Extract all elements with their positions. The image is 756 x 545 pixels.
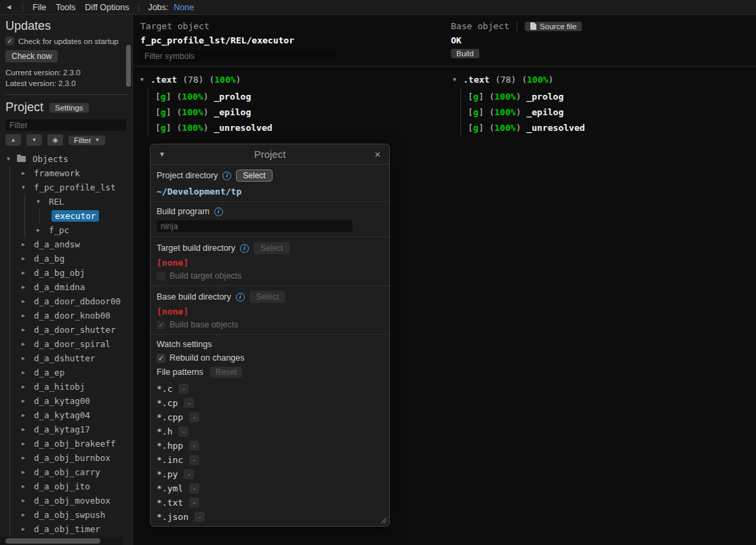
tree-item-d_a_obj_ito[interactable]: ▶d_a_obj_ito [3,479,127,493]
check-updates-checkbox[interactable]: ✓ [5,37,14,45]
tree-expander-closed-icon[interactable]: ▶ [22,170,32,176]
tree-expander-closed-icon[interactable]: ▶ [22,355,32,361]
info-icon[interactable]: i [236,293,245,302]
select-project-directory-button[interactable]: Select [236,169,272,182]
remove-pattern-button[interactable]: - [184,469,194,479]
tree-item-f_pc_profile_lst[interactable]: ▼f_pc_profile_lst [3,180,127,195]
tree-expander-closed-icon[interactable]: ▶ [22,398,32,404]
section-expander-icon[interactable]: ▼ [453,77,463,83]
tree-expander-closed-icon[interactable]: ▶ [22,469,32,475]
tree-expander-closed-icon[interactable]: ▶ [22,498,32,504]
remove-pattern-button[interactable]: - [178,384,188,394]
tree-item-d_a_ep[interactable]: ▶d_a_ep [3,365,127,380]
tree-item-d_a_obj_carry[interactable]: ▶d_a_obj_carry [3,465,127,479]
tree-item-d_a_door_spiral[interactable]: ▶d_a_door_spiral [3,337,127,351]
tree-item-Objects[interactable]: ▼Objects [3,152,127,166]
remove-pattern-button[interactable]: - [189,412,199,422]
remove-pattern-button[interactable]: - [189,483,199,493]
tree-expander-closed-icon[interactable]: ▶ [22,526,32,532]
build-button[interactable]: Build [451,49,479,58]
tree-item-REL[interactable]: ▼REL [3,195,127,209]
info-icon[interactable]: i [222,171,231,180]
sidebar-horizontal-scrollbar-thumb[interactable] [5,538,100,544]
symbol-row[interactable]: [g](100%)_epilog [155,104,273,120]
tree-item-f_pc[interactable]: ▶f_pc [3,223,127,237]
move-down-button[interactable]: ▼ [26,134,42,146]
rebuild-on-changes-checkbox[interactable]: ✓ [157,354,165,363]
tree-item-d_a_door_dbdoor00[interactable]: ▶d_a_door_dbdoor00 [3,294,127,308]
tree-item-d_a_bg_obj[interactable]: ▶d_a_bg_obj [3,266,127,280]
tree-expander-closed-icon[interactable]: ▶ [22,441,32,447]
symbol-row[interactable]: [g](100%)_unresolved [155,120,273,136]
dialog-collapse-icon[interactable]: ▼ [151,150,174,158]
info-icon[interactable]: i [240,244,249,253]
collapse-sidebar-icon[interactable]: ◀ [0,4,18,10]
tree-expander-closed-icon[interactable]: ▶ [22,241,32,247]
remove-pattern-button[interactable]: - [178,426,188,437]
tree-item-d_a_kytag17[interactable]: ▶d_a_kytag17 [3,422,127,437]
remove-pattern-button[interactable]: - [189,441,199,451]
build-program-input[interactable] [157,220,353,232]
check-now-button[interactable]: Check now [5,50,58,62]
tree-expander-closed-icon[interactable]: ▶ [22,455,32,461]
tree-item-d_a_kytag00[interactable]: ▶d_a_kytag00 [3,394,127,408]
tree-item-d_a_dshutter[interactable]: ▶d_a_dshutter [3,351,127,365]
filter-symbols-input[interactable] [140,50,337,62]
tree-item-d_a_obj_movebox[interactable]: ▶d_a_obj_movebox [3,493,127,508]
tree-expander-closed-icon[interactable]: ▶ [22,270,32,276]
remove-pattern-button[interactable]: - [184,398,194,408]
section-expander-icon[interactable]: ▼ [140,77,151,83]
tree-item-d_a_hitobj[interactable]: ▶d_a_hitobj [3,380,127,394]
tree-expander-closed-icon[interactable]: ▶ [22,369,32,376]
symbol-row[interactable]: [g](100%)_prolog [468,89,585,104]
tree-item-executor[interactable]: executor [3,209,127,223]
tree-expander-closed-icon[interactable]: ▶ [22,341,32,347]
tree-expander-open-icon[interactable]: ▼ [22,184,32,190]
tree-expander-closed-icon[interactable]: ▶ [22,412,32,418]
symbol-row[interactable]: [g](100%)_prolog [155,89,273,104]
tree-item-d_a_dmidna[interactable]: ▶d_a_dmidna [3,280,127,294]
tree-expander-closed-icon[interactable]: ▶ [37,227,47,233]
tree-expander-closed-icon[interactable]: ▶ [22,327,32,333]
tree-expander-closed-icon[interactable]: ▶ [22,256,32,262]
sidebar-vertical-scrollbar[interactable] [126,45,131,87]
menu-file[interactable]: File [28,3,51,12]
tree-expander-open-icon[interactable]: ▼ [37,199,47,205]
locate-button[interactable]: ◈ [47,134,63,146]
tree-expander-open-icon[interactable]: ▼ [7,156,17,162]
tree-expander-closed-icon[interactable]: ▶ [22,426,32,432]
tree-expander-closed-icon[interactable]: ▶ [22,483,32,489]
tree-item-d_a_bg[interactable]: ▶d_a_bg [3,251,127,266]
symbol-section-header[interactable]: ▼.text(78)(100%) [140,72,273,87]
add-pattern-input[interactable] [157,527,233,527]
sidebar-horizontal-scrollbar-track[interactable] [0,537,123,545]
resize-grip-icon[interactable] [380,517,387,524]
add-pattern-button[interactable]: + [239,526,251,527]
tree-filter-dropdown[interactable]: Filter ▼ [68,136,105,145]
project-dialog-titlebar[interactable]: ▼ Project × [151,144,389,165]
tree-expander-closed-icon[interactable]: ▶ [22,312,32,319]
tree-expander-closed-icon[interactable]: ▶ [22,284,32,290]
tree-item-d_a_andsw[interactable]: ▶d_a_andsw [3,237,127,251]
tree-item-d_a_door_knob00[interactable]: ▶d_a_door_knob00 [3,308,127,323]
tree-expander-closed-icon[interactable]: ▶ [22,512,32,518]
move-up-button[interactable]: ▲ [5,134,21,146]
tree-item-d_a_obj_brakeeff[interactable]: ▶d_a_obj_brakeeff [3,437,127,451]
menu-tools[interactable]: Tools [51,3,80,12]
symbol-row[interactable]: [g](100%)_unresolved [468,120,585,136]
info-icon[interactable]: i [214,207,223,216]
tree-item-d_a_obj_burnbox[interactable]: ▶d_a_obj_burnbox [3,451,127,465]
tree-item-d_a_obj_timer[interactable]: ▶d_a_obj_timer [3,522,127,536]
symbol-section-header[interactable]: ▼.text(78)(100%) [453,72,585,87]
tree-expander-closed-icon[interactable]: ▶ [22,384,32,390]
remove-pattern-button[interactable]: - [189,455,199,465]
tree-item-d_a_kytag04[interactable]: ▶d_a_kytag04 [3,408,127,422]
source-file-button[interactable]: Source file [525,22,582,31]
symbol-row[interactable]: [g](100%)_epilog [468,104,585,120]
dialog-close-icon[interactable]: × [366,148,389,160]
remove-pattern-button[interactable]: - [189,498,199,508]
tree-expander-closed-icon[interactable]: ▶ [22,298,32,304]
remove-pattern-button[interactable]: - [195,512,205,522]
project-settings-button[interactable]: Settings [49,103,89,113]
tree-item-d_a_obj_swpush[interactable]: ▶d_a_obj_swpush [3,508,127,522]
